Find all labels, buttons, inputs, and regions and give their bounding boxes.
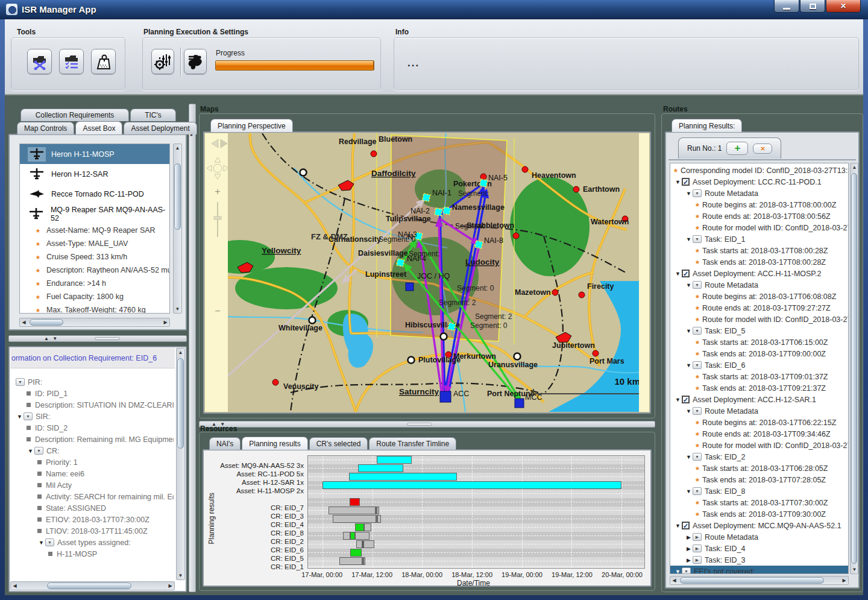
- expander-down-icon[interactable]: ▼: [685, 328, 693, 334]
- dropdown-icon[interactable]: ▼: [24, 412, 33, 420]
- tree-row[interactable]: *Route begins at: 2018-03-17T06:08:08Z: [670, 291, 848, 302]
- close-run-button[interactable]: ✕: [753, 144, 772, 154]
- dropdown-icon[interactable]: ▼: [693, 361, 702, 369]
- expander-down-icon[interactable]: ▼: [685, 362, 693, 368]
- tree-row[interactable]: *Route ends at: 2018-03-17T08:00:56Z: [670, 210, 848, 222]
- checkbox-checked-icon[interactable]: ✓: [682, 270, 690, 277]
- expander-right-icon[interactable]: ▶: [685, 557, 693, 563]
- tree-row[interactable]: ▼▼Task: EID_1: [670, 233, 848, 245]
- expander-down-icon[interactable]: ▼: [685, 454, 693, 460]
- expander-down-icon[interactable]: ▼: [674, 523, 682, 529]
- tab-route-transfer-timeline[interactable]: Route Transfer Timline: [369, 437, 456, 450]
- asset-item[interactable]: MQ-9 Reaper SAR MQ9-AN-AAS-52: [20, 204, 169, 224]
- dropdown-icon[interactable]: ▼: [693, 453, 702, 461]
- dropdown-right-icon[interactable]: ▶: [693, 533, 702, 541]
- map-viewport[interactable]: RedvillageBluetownDaffodilcityPokertownH…: [203, 131, 651, 414]
- tree-row[interactable]: *Corresponding model ID: ConfID_2018-03-…: [670, 165, 848, 176]
- tree-row[interactable]: *Task ends at: 2018-03-17T09:00:00Z: [670, 348, 848, 359]
- tab-planning-perspective[interactable]: Planning Perspective: [210, 119, 293, 132]
- close-button[interactable]: ✕: [826, 0, 861, 13]
- tree-row[interactable]: *Route for model with ID: ConfID_2018-03…: [670, 440, 848, 451]
- tab-tics[interactable]: TIC's: [130, 109, 176, 121]
- tree-row[interactable]: *Task starts at: 2018-03-17T06:15:00Z: [670, 336, 848, 348]
- add-run-button[interactable]: +: [726, 142, 748, 155]
- tree-row[interactable]: Description: SITUATION IN DMZ-CLEARING A…: [12, 399, 174, 411]
- tree-row[interactable]: *Route ends at: 2018-03-17T09:27:27Z: [670, 302, 848, 314]
- dropdown-icon[interactable]: ▼: [693, 327, 702, 335]
- tree-row[interactable]: Priority: 1: [12, 456, 174, 468]
- tree-row[interactable]: *Task ends at: 2018-03-17T08:00:28Z: [670, 256, 848, 268]
- expander-down-icon[interactable]: ▼: [27, 448, 34, 454]
- open-checklist-folder-button[interactable]: [59, 49, 84, 74]
- tree-row[interactable]: ▼▼Asset types assigned:: [12, 537, 174, 548]
- expander-down-icon[interactable]: ▼: [674, 569, 682, 575]
- tab-asset-deployment[interactable]: Asset Deployment: [124, 122, 197, 134]
- dropdown-icon[interactable]: ▼: [16, 378, 25, 386]
- routes-vscrollbar[interactable]: ▲▼: [850, 163, 858, 574]
- maximize-button[interactable]: [800, 0, 825, 13]
- tree-row[interactable]: *Task starts at: 2018-03-17T08:00:28Z: [670, 245, 848, 256]
- asset-list-vscrollbar[interactable]: ▲▼: [173, 144, 182, 314]
- checkbox-checked-icon[interactable]: ✓: [682, 522, 690, 529]
- dropdown-icon[interactable]: ▼: [45, 538, 54, 546]
- expander-right-icon[interactable]: ▶: [685, 534, 693, 540]
- expander-down-icon[interactable]: ▼: [685, 191, 693, 197]
- tree-row[interactable]: *Route ends at: 2018-03-17T09:34:46Z: [670, 428, 848, 440]
- expander-down-icon[interactable]: ▼: [674, 179, 682, 185]
- asset-item[interactable]: Heron H-12-SAR: [20, 164, 169, 184]
- tree-row[interactable]: ▼▼Task: EID_6: [670, 359, 848, 371]
- left-vertical-splitter[interactable]: ◂▸: [189, 104, 196, 592]
- dropdown-icon[interactable]: ▼: [693, 281, 702, 289]
- run-planning-button[interactable]: [184, 49, 207, 74]
- tree-row[interactable]: *Route begins at: 2018-03-17T06:22:15Z: [670, 417, 848, 428]
- tree-row[interactable]: ▶▶Task: EID_3: [670, 554, 848, 566]
- asset-item[interactable]: Heron H-11-MOSP: [20, 144, 169, 164]
- tab-nais[interactable]: NAI's: [209, 437, 241, 450]
- tree-row[interactable]: ▼▼Route Metadata: [670, 188, 848, 199]
- dropdown-icon[interactable]: ▼: [693, 235, 702, 243]
- expander-down-icon[interactable]: ▼: [16, 414, 24, 420]
- expander-down-icon[interactable]: ▼: [37, 540, 45, 546]
- tree-row[interactable]: ▼✓Asset Deployment: LCC.RC-11-POD.1: [670, 176, 848, 188]
- tree-row[interactable]: ▼▼Task: EID_5: [670, 325, 848, 336]
- run-tab[interactable]: Run No.: 1 + ✕: [678, 137, 781, 159]
- tree-row[interactable]: ▼▼Route Metadata: [670, 279, 848, 291]
- tree-row[interactable]: ▼✓Asset Deployment: MCC.MQ9-AN-AAS-52.1: [670, 520, 848, 531]
- checkbox-checked-icon[interactable]: ✓: [682, 396, 690, 403]
- tree-row[interactable]: *Task starts at: 2018-03-17T09:01:37Z: [670, 371, 848, 382]
- tree-row[interactable]: ▼✓Asset Deployment: ACC.H-11-MOSP.2: [670, 268, 848, 279]
- dropdown-icon[interactable]: ▼: [682, 567, 691, 574]
- tree-row[interactable]: ▼▼CR:: [12, 445, 174, 456]
- tree-row[interactable]: ETIOV: 2018-03-17T07:30:00Z: [12, 514, 174, 525]
- tree-row[interactable]: ID: SID_2: [12, 422, 174, 434]
- expander-down-icon[interactable]: ▼: [685, 236, 693, 242]
- tree-row[interactable]: ▼▼SIR:: [12, 411, 174, 422]
- expander-down-icon[interactable]: ▼: [674, 397, 682, 403]
- tree-row[interactable]: ▼PIR:: [12, 376, 174, 388]
- tree-row[interactable]: *Task ends at: 2018-03-17T07:28:05Z: [670, 474, 848, 485]
- expander-down-icon[interactable]: ▼: [674, 271, 682, 277]
- tree-row[interactable]: H-11-MOSP: [12, 548, 174, 560]
- checkbox-checked-icon[interactable]: ✓: [682, 178, 690, 186]
- asset-item[interactable]: Recce Tornado RC-11-POD: [20, 184, 169, 204]
- map-canvas[interactable]: RedvillageBluetownDaffodilcityPokertownH…: [205, 133, 649, 412]
- expander-down-icon[interactable]: ▼: [685, 488, 693, 494]
- left-horizontal-splitter[interactable]: ▲ ▼: [8, 335, 187, 342]
- tab-planning-results[interactable]: Planning results: [242, 437, 307, 450]
- tree-row[interactable]: ID: PID_1: [12, 388, 174, 399]
- tree-row[interactable]: State: ASSIGNED: [12, 502, 174, 514]
- map-button[interactable]: [91, 49, 116, 74]
- tree-row[interactable]: *Task starts at: 2018-03-17T06:28:05Z: [670, 463, 848, 474]
- dropdown-icon[interactable]: ▼: [34, 447, 43, 455]
- dropdown-icon[interactable]: ▼: [693, 407, 702, 415]
- dropdown-right-icon[interactable]: ▶: [693, 556, 702, 564]
- planning-settings-button[interactable]: [151, 49, 174, 74]
- routes-hscrollbar[interactable]: ◀▶: [670, 576, 849, 585]
- tab-asset-box[interactable]: Asset Box: [75, 121, 122, 134]
- tab-crs-selected[interactable]: CR's selected: [309, 437, 368, 450]
- asset-list-hscrollbar[interactable]: ◀▶: [19, 318, 170, 327]
- tree-row[interactable]: ▼▼EEI's not covered:: [670, 566, 848, 574]
- tab-collection-requirements[interactable]: Collection Requirements: [20, 109, 129, 121]
- tree-row[interactable]: Activity: SEARCH for remaining mil. Equi…: [12, 491, 174, 502]
- tree-row[interactable]: ▼▼Route Metadata: [670, 405, 848, 417]
